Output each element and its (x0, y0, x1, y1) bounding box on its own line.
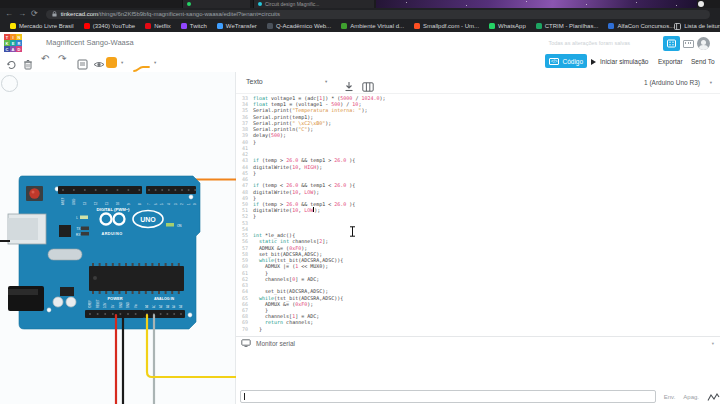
undo-icon[interactable]: ↶ (41, 53, 49, 64)
pin-label: GND (72, 199, 76, 205)
design-title[interactable]: Magnificent Sango-Waasa (46, 38, 134, 47)
code-editor[interactable]: 33float voltage1 = (adc[1]) * (5000 / 10… (236, 95, 714, 336)
components-panel-toggle-button[interactable] (663, 36, 680, 51)
bookmarks-bar: Mercado Livre Brasil(3340) YouTubeNetfli… (0, 20, 720, 32)
address-bar[interactable]: tinkercad.com/things/6n2Kf5b9bfq-magnifi… (46, 10, 710, 19)
bookmark-item[interactable]: Ambiente Virtual d... (341, 23, 404, 29)
tinkercad-logo[interactable]: TIN KER CAD (4, 34, 22, 52)
bookmark-item[interactable]: Mercado Livre Brasil (10, 23, 74, 29)
serial-clear-button[interactable]: Apag. (683, 394, 699, 400)
bookmark-item[interactable]: CTRIM - Planilhas... (536, 23, 599, 29)
autosave-status: Todas as alterações foram salvas (548, 40, 630, 46)
voltage-regulator (60, 287, 74, 296)
reading-list-icon (674, 23, 681, 30)
serial-monitor-caret[interactable]: ▾ (712, 341, 714, 346)
board-selector-dropdown[interactable]: 1 (Arduino Uno R3) (644, 79, 700, 86)
reading-list-button[interactable]: Lista de leitura (674, 23, 720, 30)
analog-label: ANALOG IN (154, 297, 175, 301)
code-mode-caret[interactable]: ▾ (325, 79, 327, 84)
browser-tab-strip: Circuit design Magnific... (0, 0, 720, 8)
keyboard-shortcuts-icon[interactable] (683, 40, 694, 48)
bookmark-favicon (181, 23, 187, 29)
bookmark-label: WeTransfer (226, 23, 257, 29)
bookmark-label: (3340) YouTube (93, 23, 135, 29)
redo-icon[interactable]: ↷ (58, 53, 66, 64)
code-line[interactable]: 70 } (236, 326, 714, 332)
board-model: UNO (140, 216, 156, 223)
serial-plotter-icon[interactable] (707, 392, 720, 402)
bookmark-favicon (608, 23, 614, 29)
bookmark-favicon (536, 23, 542, 29)
pin-label: A4 (172, 304, 176, 308)
bookmark-label: Ambiente Virtual d... (350, 23, 404, 29)
send-to-button[interactable]: Send To (691, 58, 715, 65)
screen: Circuit design Magnific... ← → ⟳ tinkerc… (0, 0, 720, 404)
pin-label: Vin (134, 304, 138, 308)
bookmark-favicon (10, 23, 16, 29)
board-selector-caret[interactable]: ▾ (710, 80, 712, 85)
back-icon[interactable]: ← (5, 8, 13, 20)
browser-tab-2-active[interactable]: Circuit design Magnific... (253, 0, 374, 8)
reload-icon[interactable]: ⟳ (31, 8, 38, 20)
tab-strip-theme (376, 0, 697, 8)
bookmark-label: Netflix (154, 23, 171, 29)
line-number: 70 (236, 326, 248, 332)
browser-profile-button[interactable] (698, 1, 704, 7)
reset-button[interactable] (26, 186, 43, 201)
bookmark-item[interactable]: (3340) YouTube (84, 23, 135, 29)
forward-icon[interactable]: → (18, 8, 26, 20)
bookmark-item[interactable]: Q-Acadêmico Web... (267, 23, 331, 29)
code-button[interactable]: </> Código (545, 54, 587, 68)
arduino-board[interactable]: AREFGND1312111098 76543210 DIGITAL (PWM~… (0, 72, 236, 404)
user-avatar[interactable] (697, 37, 710, 50)
bookmark-item[interactable]: WhatsApp (489, 23, 526, 29)
pin-label: A1 (152, 304, 156, 308)
digital-label: DIGITAL (PWM~) (97, 207, 131, 212)
download-code-icon[interactable] (344, 78, 354, 96)
bookmark-item[interactable]: Netflix (145, 23, 171, 29)
bookmark-label: Mercado Livre Brasil (19, 23, 74, 29)
atmega-chip[interactable] (89, 263, 184, 294)
crystal-oscillator (48, 249, 82, 260)
bookmark-favicon (267, 23, 273, 29)
bookmark-favicon (489, 23, 495, 29)
bookmark-favicon (217, 23, 223, 29)
serial-send-button[interactable]: Env. (664, 394, 676, 400)
bookmark-item[interactable]: AlfaCon Concursos... (608, 23, 674, 29)
start-simulation-button[interactable]: Iniciar simulação (600, 58, 648, 65)
pin-label: RESET (96, 299, 100, 308)
color-dropdown-caret[interactable]: ▾ (121, 60, 123, 65)
color-swatch-button[interactable] (106, 57, 117, 68)
reading-list-label: Lista de leitura (684, 23, 720, 29)
bookmark-item[interactable]: WeTransfer (217, 23, 257, 29)
play-icon[interactable] (591, 59, 596, 65)
led-tx-label: TX (76, 227, 80, 231)
analog-header[interactable] (144, 310, 185, 318)
pin-label: GND (126, 302, 130, 308)
bookmark-item[interactable]: Twitch (181, 23, 207, 29)
wire-dropdown-caret[interactable]: ▾ (154, 60, 156, 65)
pin-label: A5 (179, 304, 183, 308)
bookmark-label: Q-Acadêmico Web... (276, 23, 331, 29)
browser-tab-1[interactable] (182, 0, 250, 8)
bookmark-label: CTRIM - Planilhas... (545, 23, 599, 29)
url-domain: tinkercad.com (61, 11, 98, 17)
library-icon[interactable] (362, 78, 374, 96)
bookmark-favicon (84, 23, 90, 29)
bookmark-favicon (341, 23, 347, 29)
code-mode-dropdown[interactable]: Texto (246, 78, 263, 85)
pin-label: IOREF (88, 300, 92, 308)
bookmark-label: Smallpdf.com - Um... (423, 23, 479, 29)
capacitor (66, 297, 76, 307)
pin-label: A0 (145, 304, 149, 308)
pin-label: A2 (159, 304, 163, 308)
bookmark-item[interactable]: Smallpdf.com - Um... (414, 23, 479, 29)
export-button[interactable]: Exportar (658, 58, 683, 65)
bookmark-favicon (414, 23, 420, 29)
pin-label: AREF (61, 197, 65, 205)
code-button-label: Código (562, 58, 583, 65)
serial-input-field[interactable] (240, 390, 656, 403)
url-path: /things/6n2Kf5b9bfq-magnificent-sango-wa… (98, 11, 280, 17)
tab-favicon (258, 2, 262, 6)
pin-label: 10 (116, 201, 120, 205)
